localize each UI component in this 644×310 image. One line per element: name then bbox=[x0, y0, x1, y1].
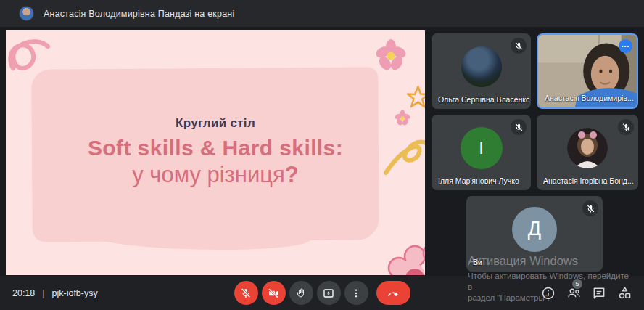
mic-off-icon bbox=[240, 287, 252, 299]
panel-icons: 5 bbox=[540, 276, 632, 310]
participant-tile[interactable]: Ольга Сергіївна Власенко bbox=[432, 33, 531, 109]
chat-button[interactable] bbox=[591, 285, 607, 301]
slide-card-edge bbox=[93, 225, 310, 250]
tile-options-button[interactable]: ••• bbox=[619, 39, 632, 53]
participant-name: Ілля Мар'янович Лучко bbox=[438, 176, 519, 185]
avatar bbox=[461, 46, 502, 87]
slide-title: Soft skills & Hard skills: bbox=[6, 136, 425, 160]
participant-tile[interactable]: Д Ви bbox=[466, 196, 603, 272]
people-button[interactable]: 5 bbox=[566, 285, 582, 301]
squiggle-doodle-icon bbox=[10, 41, 48, 68]
more-options-button[interactable] bbox=[344, 281, 368, 305]
mic-muted-icon bbox=[511, 38, 527, 54]
activities-button[interactable] bbox=[616, 285, 632, 301]
avatar-initial: Д bbox=[512, 207, 557, 252]
slide-kicker: Круглий стіл bbox=[6, 116, 425, 131]
more-options-icon bbox=[350, 287, 362, 299]
info-button[interactable] bbox=[540, 285, 556, 301]
present-screen-button[interactable] bbox=[317, 281, 341, 305]
participant-count-badge: 5 bbox=[572, 279, 582, 289]
present-screen-icon bbox=[323, 287, 334, 299]
presenter-avatar bbox=[19, 6, 34, 21]
raise-hand-button[interactable] bbox=[289, 281, 313, 305]
mic-off-button[interactable] bbox=[234, 281, 258, 305]
bottom-bar: 20:18 | pjk-iofb-ysy bbox=[0, 276, 644, 310]
slide-subtitle: у чому різниця? bbox=[6, 162, 425, 188]
star-icon bbox=[408, 86, 425, 107]
camera-off-icon bbox=[268, 287, 279, 299]
raise-hand-icon bbox=[295, 287, 307, 299]
participant-tile-active-speaker[interactable]: ••• Анастасія Володимирів... bbox=[537, 33, 638, 109]
avatar bbox=[567, 128, 608, 168]
end-call-button[interactable] bbox=[376, 281, 410, 305]
meet-window: Анастасія Володимирівна Пандазі на екран… bbox=[0, 0, 644, 310]
participant-tile[interactable]: Анастасія Ігорівна Бонд... bbox=[537, 115, 638, 190]
participant-name: Ольга Сергіївна Власенко bbox=[438, 95, 529, 104]
participant-name: Ви bbox=[473, 258, 482, 266]
flower-icon bbox=[374, 39, 408, 72]
presenter-banner: Анастасія Володимирівна Пандазі на екран… bbox=[0, 0, 644, 27]
end-call-icon bbox=[387, 286, 400, 300]
corner-flower-icon bbox=[383, 243, 425, 275]
camera-off-button[interactable] bbox=[262, 281, 286, 305]
mic-muted-icon bbox=[511, 119, 527, 135]
participant-name: Анастасія Володимирів... bbox=[545, 94, 634, 102]
mic-muted-icon bbox=[582, 200, 598, 216]
mic-muted-icon bbox=[618, 119, 634, 135]
avatar-initial: І bbox=[461, 127, 503, 169]
participant-tile[interactable]: І Ілля Мар'янович Лучко bbox=[432, 115, 531, 190]
presenter-banner-text: Анастасія Володимирівна Пандазі на екран… bbox=[44, 9, 234, 19]
participant-name: Анастасія Ігорівна Бонд... bbox=[543, 176, 634, 185]
shared-screen[interactable]: Круглий стіл Soft skills & Hard skills: … bbox=[6, 30, 425, 275]
